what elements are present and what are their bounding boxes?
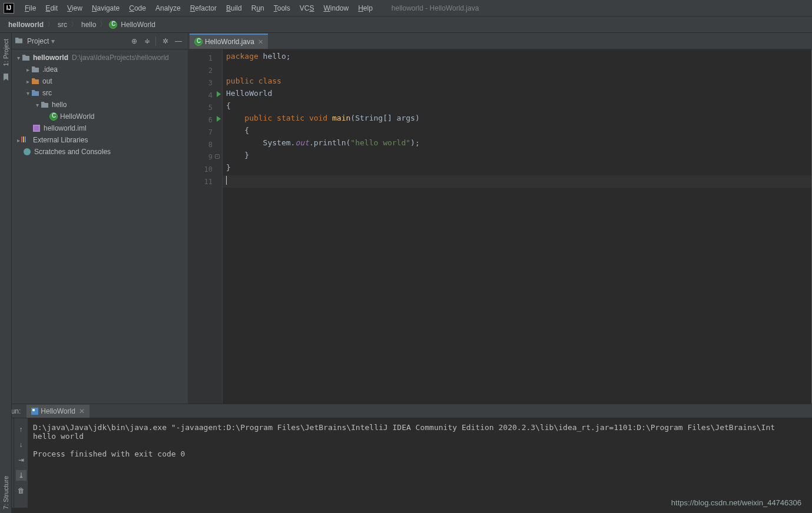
line-number: 7 — [208, 128, 213, 136]
tool-structure-tab[interactable]: 7: Structure — [2, 472, 9, 513]
line-number: 2 — [208, 66, 213, 75]
project-tree: ▾ helloworld D:\java\IdeaProjects\hellow… — [12, 49, 188, 404]
menu-file[interactable]: File — [20, 2, 41, 15]
line-number: 5 — [208, 104, 213, 112]
project-pane-title[interactable]: Project — [27, 37, 49, 45]
expand-icon[interactable]: ▸ — [15, 137, 21, 144]
expand-icon[interactable]: ▾ — [15, 55, 21, 61]
class-icon — [194, 38, 203, 46]
scroll-end-icon[interactable]: ⤓ — [16, 470, 26, 481]
menu-vcs[interactable]: VCS — [295, 2, 319, 15]
app-icon — [31, 408, 38, 415]
tree-class[interactable]: HelloWorld — [12, 111, 188, 122]
file-tab-label: HelloWorld.java — [205, 38, 254, 46]
fold-icon[interactable]: - — [215, 154, 220, 159]
tree-src[interactable]: ▾ src — [12, 87, 188, 99]
left-tool-rail-bottom: 7: Structure — [0, 404, 12, 513]
file-tab[interactable]: HelloWorld.java ✕ — [190, 34, 268, 49]
window-title: helloworld - HelloWorld.java — [392, 4, 479, 12]
menu-refactor[interactable]: Refactor — [185, 2, 221, 15]
up-icon[interactable]: ↑ — [16, 424, 26, 435]
down-icon[interactable]: ↓ — [16, 439, 26, 450]
menu-edit[interactable]: Edit — [41, 2, 62, 15]
run-config-tab[interactable]: HelloWorld ✕ — [26, 405, 89, 418]
folder-icon — [32, 66, 39, 72]
app-logo: IJ — [4, 3, 14, 14]
menu-bar: IJ File Edit View Navigate Code Analyze … — [0, 0, 812, 16]
tree-label: HelloWorld — [60, 112, 94, 121]
gear-icon[interactable]: ✲ — [160, 35, 171, 47]
tree-iml[interactable]: helloworld.iml — [12, 122, 188, 134]
menu-analyze[interactable]: Analyze — [151, 2, 185, 15]
tool-bookmark-icon[interactable] — [2, 73, 10, 81]
menu-help[interactable]: Help — [353, 2, 377, 15]
tree-ext-lib[interactable]: ▸ External Libraries — [12, 134, 188, 146]
menu-tools[interactable]: Tools — [269, 2, 295, 15]
tree-scratches[interactable]: Scratches and Consoles — [12, 146, 188, 158]
left-tool-rail: 1: Project — [0, 33, 12, 404]
tool-project-tab[interactable]: 1: Project — [2, 35, 9, 69]
tree-out[interactable]: ▸ out — [12, 75, 188, 87]
folder-icon — [22, 55, 29, 61]
tree-pkg[interactable]: ▾ hello — [12, 99, 188, 111]
tree-label: External Libraries — [33, 136, 88, 144]
breadcrumb-sep-icon: 〉 — [68, 19, 80, 29]
tree-label: helloworld — [33, 54, 68, 62]
line-number: 9 — [208, 153, 213, 161]
line-number: 6 — [208, 116, 213, 124]
menu-code[interactable]: Code — [124, 2, 151, 15]
hide-icon[interactable]: — — [173, 35, 184, 47]
folder-icon — [15, 38, 22, 44]
module-icon — [33, 125, 40, 132]
close-icon[interactable]: ✕ — [79, 407, 85, 415]
line-number: 11 — [204, 178, 213, 186]
run-gutter-icon[interactable] — [217, 116, 221, 122]
crumb-class[interactable]: HelloWorld — [120, 21, 156, 29]
crumb-project[interactable]: helloworld — [7, 21, 45, 29]
tree-label: out — [42, 77, 52, 85]
watermark: https://blog.csdn.net/weixin_44746306 — [671, 498, 801, 507]
folder-icon — [32, 90, 39, 96]
editor-tabs: HelloWorld.java ✕ — [188, 33, 812, 49]
run-gutter-icon[interactable] — [217, 91, 221, 97]
line-number: 1 — [208, 54, 213, 62]
tree-label: src — [42, 89, 52, 97]
crumb-pkg[interactable]: hello — [80, 21, 97, 29]
line-number: 3 — [208, 79, 213, 87]
console-output[interactable]: D:\java\Java\jdk\bin\java.exe "-javaagen… — [28, 418, 812, 508]
breadcrumb: helloworld 〉 src 〉 hello 〉 HelloWorld — [0, 16, 812, 33]
dropdown-icon[interactable]: ▾ — [51, 37, 55, 45]
run-panel: Run: HelloWorld ✕ 🐞 ▦ 🖶 📌 ↑ ↓ ⇥ ⤓ 🗑 D:\j… — [0, 404, 812, 508]
tree-label: .idea — [42, 65, 58, 74]
crumb-src[interactable]: src — [57, 21, 68, 29]
tree-label: Scratches and Consoles — [34, 148, 111, 156]
tree-root[interactable]: ▾ helloworld D:\java\IdeaProjects\hellow… — [12, 52, 188, 64]
collapse-icon[interactable]: ≑ — [141, 35, 153, 47]
breadcrumb-sep-icon: 〉 — [45, 19, 57, 29]
class-icon — [109, 21, 117, 29]
breadcrumb-sep-icon: 〉 — [97, 19, 109, 29]
expand-icon[interactable]: ▸ — [25, 66, 31, 73]
locate-icon[interactable]: ⊕ — [128, 35, 140, 47]
tree-idea[interactable]: ▸ .idea — [12, 64, 188, 75]
menu-view[interactable]: View — [62, 2, 87, 15]
soft-wrap-icon[interactable]: ⇥ — [16, 455, 26, 465]
code-editor[interactable]: package hello; public class HelloWorld {… — [223, 49, 812, 404]
trash-icon[interactable]: 🗑 — [16, 485, 26, 496]
menu-run[interactable]: Run — [247, 2, 269, 15]
expand-icon[interactable]: ▸ — [25, 78, 31, 85]
menu-build[interactable]: Build — [221, 2, 247, 15]
line-number: 8 — [208, 141, 213, 149]
run-tab-label: HelloWorld — [41, 407, 75, 415]
expand-icon[interactable]: ▾ — [25, 90, 31, 96]
library-icon — [21, 136, 31, 144]
gutter: 1 2 3 4 5 6 7 8 9- 10 11 — [188, 49, 223, 404]
run-toolbar-secondary: ↑ ↓ ⇥ ⤓ 🗑 — [14, 418, 28, 508]
tree-label: hello — [52, 101, 67, 109]
folder-icon — [32, 78, 39, 84]
menu-window[interactable]: Window — [319, 2, 353, 15]
close-icon[interactable]: ✕ — [258, 38, 263, 46]
expand-icon[interactable]: ▾ — [34, 102, 40, 108]
menu-navigate[interactable]: Navigate — [87, 2, 124, 15]
line-number: 10 — [204, 165, 213, 174]
